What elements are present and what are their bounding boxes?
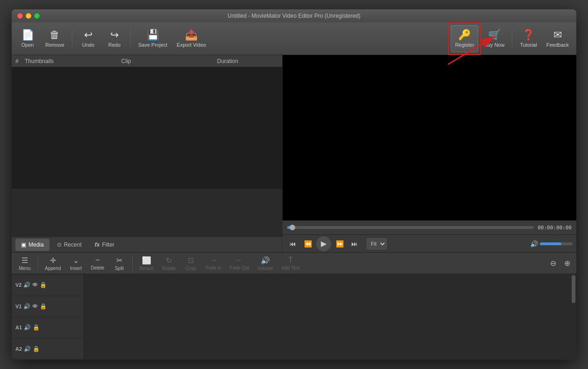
recent-icon: ⊙ [57,241,62,248]
track-label-v2: V2 🔊 👁 🔒 [12,275,84,295]
scrollbar-thumb[interactable] [572,275,575,303]
volume-bar[interactable] [540,242,573,245]
rewind-button[interactable]: ⏪ [301,237,314,250]
media-icon: ▣ [21,241,26,248]
volume-button[interactable]: 🔊 Volume [254,254,277,273]
insert-label: Insert [70,266,82,271]
insert-icon: ⌄ [73,256,79,265]
right-panel: 00:00:00:00 ⏮ ⏪ ▶ ⏩ ⏭ Fit 🔊 [283,55,576,252]
append-button[interactable]: ✛ Append [41,254,64,273]
v1-audio-icon[interactable]: 🔊 [23,303,30,310]
progress-thumb[interactable] [290,225,295,230]
v2-audio-icon[interactable]: 🔊 [23,282,30,288]
resize-icon: ⬜ [142,256,151,265]
add-text-button[interactable]: T Add Text [278,254,304,272]
rotate-button[interactable]: ↻ Rotate [158,254,179,273]
tab-media[interactable]: ▣ Media [15,239,50,251]
insert-button[interactable]: ⌄ Insert [65,254,86,273]
tab-filter[interactable]: fx Filter [89,239,120,251]
a2-audio-icon[interactable]: 🔊 [24,346,31,352]
col-hash: # [15,58,25,64]
feedback-label: Feedback [546,42,569,48]
traffic-lights[interactable] [17,13,40,19]
register-button-wrapper: 🔑 Register [451,25,478,52]
tab-filter-label: Filter [102,241,114,248]
clip-list: # Thumbnails Clip Duration [12,55,282,236]
fade-in-button[interactable]: → Fade in [202,254,225,272]
fast-forward-button[interactable]: ⏩ [333,237,346,250]
zoom-in-button[interactable]: ⊕ [560,257,574,270]
crop-icon: ⊡ [188,256,194,265]
rotate-icon: ↻ [166,256,172,265]
maximize-button[interactable] [34,13,40,19]
resize-label: Resize [139,266,154,271]
skip-start-button[interactable]: ⏮ [286,237,299,250]
split-label: Split [115,266,124,271]
feedback-button[interactable]: ✉ Feedback [543,25,573,52]
open-icon: 📄 [21,30,34,40]
undo-label: Undo [82,42,94,48]
a1-lock-icon[interactable]: 🔒 [33,324,40,331]
vol-icon: 🔊 [261,256,270,265]
buy-now-icon: 🛒 [488,30,501,40]
track-label-a1: A1 🔊 🔒 [12,318,84,338]
export-video-label: Export Video [177,42,206,48]
open-button[interactable]: 📄 Open [15,25,40,52]
v2-lock-icon[interactable]: 🔒 [40,282,47,288]
remove-button[interactable]: 🗑 Remove [42,25,68,52]
v1-lock-icon[interactable]: 🔒 [40,303,47,310]
resize-button[interactable]: ⬜ Resize [135,254,157,273]
crop-button[interactable]: ⊡ Crop [180,254,201,273]
tutorial-label: Tutorial [520,42,537,48]
menu-label: Menu [19,266,30,271]
save-project-button[interactable]: 💾 Save Project [135,25,171,52]
a1-label: A1 [15,325,22,330]
skip-end-button[interactable]: ⏭ [348,237,361,250]
time-display: 00:00:00:00 [538,225,574,231]
video-progress-bar[interactable]: 00:00:00:00 [283,220,576,234]
col-clip: Clip [76,58,177,64]
bottom-area: ☰ Menu ✛ Append ⌄ Insert − Delete ✂ Spli… [12,252,576,360]
close-button[interactable] [17,13,23,19]
v1-eye-icon[interactable]: 👁 [32,303,38,310]
undo-button[interactable]: ↩ Undo [76,25,100,52]
save-project-icon: 💾 [147,30,159,40]
buy-now-button[interactable]: 🛒 Buy Now [480,25,508,52]
menu-icon: ☰ [21,256,28,265]
fade-out-button[interactable]: ← Fade Out [226,254,253,272]
tutorial-button[interactable]: ❓ Tutorial [516,25,540,52]
fade-out-label: Fade Out [230,265,249,270]
register-button[interactable]: 🔑 Register [451,25,478,52]
timeline-tracks: V2 🔊 👁 🔒 V1 🔊 👁 🔒 A1 🔊 🔒 A2 [12,274,576,360]
separator-1 [72,29,72,48]
volume-label: Volume [258,266,273,271]
export-video-button[interactable]: 📤 Export Video [173,25,210,52]
sec-sep-2 [132,256,133,270]
v2-eye-icon[interactable]: 👁 [32,282,38,288]
vertical-scrollbar[interactable] [571,274,576,360]
zoom-out-button[interactable]: ⊖ [546,257,560,270]
fade-out-icon: ← [236,256,243,264]
title-bar: Untitled - MovieMator Video Editor Pro (… [12,9,576,22]
track-label-a2: A2 🔊 🔒 [12,339,84,359]
a2-lock-icon[interactable]: 🔒 [33,346,40,352]
undo-icon: ↩ [84,30,92,40]
clip-list-header: # Thumbnails Clip Duration [12,55,282,67]
menu-button[interactable]: ☰ Menu [14,254,35,273]
split-button[interactable]: ✂ Split [109,254,129,273]
zoom-controls: ⊖ ⊕ [546,257,574,270]
sec-sep-1 [38,256,38,270]
minimize-button[interactable] [26,13,31,19]
tabs-bar: ▣ Media ⊙ Recent fx Filter [12,236,282,252]
a1-audio-icon[interactable]: 🔊 [24,324,31,331]
redo-label: Redo [108,42,120,48]
delete-button[interactable]: − Delete [87,254,108,272]
progress-track[interactable] [287,226,534,229]
tab-recent[interactable]: ⊙ Recent [51,239,87,251]
export-video-icon: 📤 [185,30,198,40]
filter-icon: fx [95,241,100,248]
redo-button[interactable]: ↪ Redo [102,25,127,52]
volume-fill [540,242,561,245]
play-button[interactable]: ▶ [316,236,331,251]
fit-select[interactable]: Fit [367,238,387,249]
